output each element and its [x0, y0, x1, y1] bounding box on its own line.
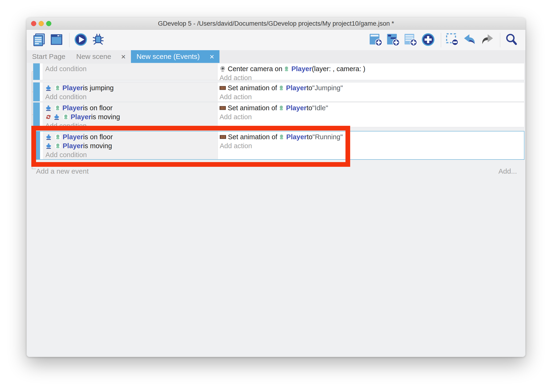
instruction-text: Set animation of — [228, 104, 277, 112]
add-action-button[interactable]: Add action — [220, 112, 524, 121]
debug-icon — [91, 33, 105, 48]
remove-event-button[interactable] — [444, 32, 460, 48]
string-parameter: "Running" — [312, 133, 343, 141]
instruction-text: Set animation of — [228, 84, 277, 92]
tab-new-scene-events[interactable]: New scene (Events) × — [131, 50, 220, 63]
instruction-text: is on floor — [83, 133, 113, 141]
toolbar-divider — [69, 33, 69, 47]
platformer-behavior-icon — [45, 85, 52, 91]
animation-icon — [220, 85, 226, 91]
play-icon — [74, 33, 88, 48]
tab-new-scene[interactable]: New scene × — [71, 50, 131, 63]
add-condition-button[interactable]: Add condition — [45, 150, 218, 159]
add-event-button[interactable] — [368, 32, 384, 48]
add-condition-button[interactable]: Add condition — [45, 64, 217, 73]
remove-event-icon — [445, 33, 459, 48]
condition-line[interactable]: Player is moving — [45, 112, 217, 121]
toolbar-divider — [441, 33, 441, 47]
event-selection-bar[interactable] — [33, 103, 40, 127]
action-line[interactable]: Set animation of Player to "Jumping" — [220, 83, 524, 92]
minimize-window-button[interactable] — [39, 21, 44, 26]
actions-cell[interactable]: Set animation of Player to "Jumping"Add … — [218, 83, 524, 101]
preview-button[interactable] — [73, 32, 89, 48]
add-event-icon — [369, 33, 383, 48]
event-selection-bar[interactable] — [34, 132, 40, 159]
action-line[interactable]: Center camera on Player (layer: , camera… — [220, 64, 524, 73]
search-button[interactable] — [504, 32, 519, 48]
add-other-event-button[interactable] — [420, 32, 436, 48]
platformer-behavior-icon — [45, 105, 52, 111]
redo-button[interactable] — [479, 32, 495, 48]
redo-icon — [480, 33, 494, 48]
actions-cell[interactable]: Set animation of Player to "Running"Add … — [218, 132, 524, 159]
player-icon — [278, 134, 285, 140]
actions-cell[interactable]: Center camera on Player (layer: , camera… — [218, 63, 524, 80]
add-comment-button[interactable] — [403, 32, 419, 48]
add-subevent-button[interactable] — [385, 32, 401, 48]
close-tab-icon[interactable]: × — [121, 53, 125, 61]
project-manager-icon — [32, 33, 46, 48]
add-condition-button[interactable]: Add condition — [45, 92, 217, 101]
tab-label: New scene — [76, 53, 111, 61]
player-icon — [54, 105, 61, 111]
animation-icon — [220, 105, 226, 111]
instruction-text: Center camera on — [228, 65, 282, 73]
object-name: Player — [63, 142, 83, 150]
player-icon — [278, 105, 284, 111]
zoom-window-button[interactable] — [46, 21, 51, 26]
player-icon — [283, 66, 290, 72]
instruction-text: Set animation of — [228, 133, 277, 141]
platformer-behavior-icon — [54, 114, 60, 120]
event-selection-bar[interactable] — [33, 83, 40, 101]
undo-button[interactable] — [462, 32, 478, 48]
event-selection-bar[interactable] — [33, 63, 40, 80]
platformer-behavior-icon — [45, 143, 52, 149]
player-icon — [63, 114, 69, 120]
condition-line[interactable]: Player is jumping — [45, 83, 217, 92]
object-name: Player — [62, 104, 83, 112]
action-line[interactable]: Set animation of Player to "Idle" — [220, 103, 524, 112]
add-action-button[interactable]: Add action — [220, 141, 524, 150]
close-tab-icon[interactable]: × — [210, 53, 214, 61]
condition-line[interactable]: Player is moving — [45, 141, 218, 150]
condition-line[interactable]: Player is on floor — [45, 103, 217, 112]
add-action-button[interactable]: Add action — [220, 73, 524, 82]
window-title: GDevelop 5 - /Users/david/Documents/GDev… — [158, 20, 394, 27]
invert-icon — [45, 114, 52, 120]
titlebar: GDevelop 5 - /Users/david/Documents/GDev… — [27, 18, 525, 30]
traffic-lights — [31, 18, 51, 29]
add-action-button[interactable]: Add action — [220, 92, 524, 101]
object-name: Player — [286, 104, 307, 112]
event-row[interactable]: Add conditionCenter camera on Player (la… — [33, 63, 524, 80]
scene-editor-button[interactable] — [48, 32, 64, 48]
conditions-cell[interactable]: Player is on floorPlayer is movingAdd co… — [43, 103, 218, 127]
actions-cell[interactable]: Set animation of Player to "Idle"Add act… — [218, 103, 524, 127]
action-line[interactable]: Set animation of Player to "Running" — [220, 132, 524, 141]
conditions-cell[interactable]: Player is on floorPlayer is movingAdd co… — [43, 132, 218, 159]
project-manager-button[interactable] — [31, 32, 47, 48]
debug-button[interactable] — [90, 32, 106, 48]
conditions-cell[interactable]: Player is jumpingAdd condition — [43, 83, 218, 101]
undo-icon — [463, 33, 477, 48]
instruction-text: (layer: , camera: ) — [312, 65, 365, 73]
conditions-cell[interactable]: Add condition — [43, 63, 218, 80]
gdevelop-window: GDevelop 5 - /Users/david/Documents/GDev… — [27, 18, 525, 357]
event-row-selected[interactable]: Player is on floorPlayer is movingAdd co… — [33, 131, 524, 160]
close-window-button[interactable] — [31, 21, 36, 26]
add-row: Add a new event Add... — [27, 166, 525, 177]
object-name: Player — [286, 84, 307, 92]
event-row[interactable]: Player is on floorPlayer is movingAdd co… — [33, 102, 524, 127]
add-more-button[interactable]: Add... — [498, 167, 517, 175]
toolbar — [27, 30, 525, 50]
object-name: Player — [71, 113, 91, 121]
add-condition-button[interactable]: Add condition — [45, 121, 217, 130]
event-row[interactable]: Player is jumpingAdd conditionSet animat… — [33, 82, 524, 102]
tab-bar: Start Page New scene × New scene (Events… — [27, 50, 525, 63]
add-new-event-button[interactable]: Add a new event — [36, 167, 89, 175]
object-name: Player — [291, 65, 312, 73]
instruction-text: to — [307, 133, 312, 141]
tab-label: New scene (Events) — [136, 53, 200, 61]
condition-line[interactable]: Player is on floor — [45, 132, 218, 141]
tab-start-page[interactable]: Start Page — [27, 50, 71, 63]
player-icon — [278, 85, 284, 91]
